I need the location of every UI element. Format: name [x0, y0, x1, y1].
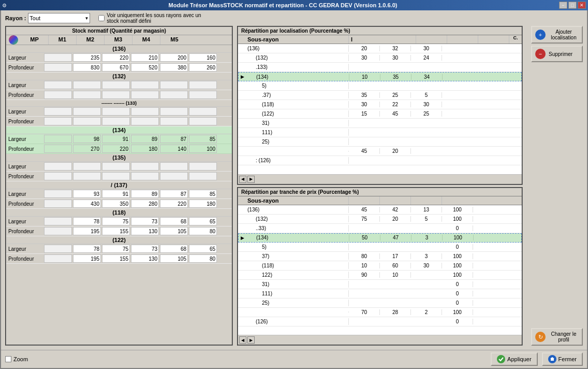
118-profondeur-m4[interactable] — [160, 227, 188, 235]
135-largeur-m4[interactable] — [160, 162, 188, 171]
136-profondeur-mp[interactable] — [44, 63, 72, 72]
133-largeur-m5[interactable] — [189, 107, 217, 116]
maximize-button[interactable]: □ — [568, 2, 577, 9]
rep-prix-row-134[interactable]: ▶ (134) 50 47 3 100 — [238, 233, 522, 243]
134-largeur-m4[interactable] — [160, 135, 188, 143]
118-profondeur-m3[interactable] — [131, 227, 159, 235]
134-largeur-m2[interactable] — [102, 135, 130, 143]
135-largeur-m5[interactable] — [189, 162, 217, 171]
137-profondeur-m1[interactable] — [73, 200, 101, 208]
137-largeur-m1[interactable] — [73, 190, 101, 198]
122-profondeur-m4[interactable] — [160, 254, 188, 263]
122-largeur-m4[interactable] — [160, 245, 188, 253]
zoom-checkbox[interactable] — [5, 356, 11, 362]
135-profondeur-m3[interactable] — [131, 172, 159, 180]
133-profondeur-m1[interactable] — [73, 117, 101, 125]
close-button[interactable]: ✕ — [578, 2, 586, 9]
137-profondeur-m5[interactable] — [189, 200, 217, 208]
133-largeur-m4[interactable] — [160, 107, 188, 116]
133-largeur-m1[interactable] — [73, 107, 101, 116]
133-largeur-m3[interactable] — [131, 107, 159, 116]
minimize-button[interactable]: − — [559, 2, 567, 9]
122-profondeur-m5[interactable] — [189, 254, 217, 263]
118-largeur-m2[interactable] — [102, 217, 130, 225]
137-largeur-mp[interactable] — [44, 190, 72, 198]
137-profondeur-m3[interactable] — [131, 200, 159, 208]
122-largeur-m5[interactable] — [189, 245, 217, 253]
132-largeur-m1[interactable] — [73, 81, 101, 89]
135-profondeur-m5[interactable] — [189, 172, 217, 180]
stock-body[interactable]: (136) Largeur Profondeur — [6, 45, 232, 345]
137-profondeur-mp[interactable] — [44, 200, 72, 208]
132-profondeur-m3[interactable] — [131, 91, 159, 99]
rep-prix-nav-right[interactable]: ▶ — [247, 336, 255, 344]
135-largeur-m1[interactable] — [73, 162, 101, 171]
134-profondeur-m1[interactable] — [73, 145, 101, 153]
133-largeur-mp[interactable] — [44, 107, 72, 116]
supprimer-button[interactable]: − Supprimer — [531, 46, 583, 62]
rep-local-nav-left[interactable]: ◀ — [239, 176, 246, 183]
136-largeur-m5[interactable] — [189, 53, 217, 62]
122-profondeur-m3[interactable] — [131, 254, 159, 263]
122-largeur-m1[interactable] — [73, 245, 101, 253]
137-profondeur-m4[interactable] — [160, 200, 188, 208]
appliquer-button[interactable]: Appliquer — [491, 352, 537, 366]
134-profondeur-m5[interactable] — [189, 145, 217, 153]
136-profondeur-m3[interactable] — [131, 63, 159, 72]
132-profondeur-m1[interactable] — [73, 91, 101, 99]
135-profondeur-m4[interactable] — [160, 172, 188, 180]
132-profondeur-mp[interactable] — [44, 91, 72, 99]
132-profondeur-m5[interactable] — [189, 91, 217, 99]
118-largeur-mp[interactable] — [44, 217, 72, 225]
122-largeur-mp[interactable] — [44, 245, 72, 253]
133-profondeur-m4[interactable] — [160, 117, 188, 125]
133-profondeur-m3[interactable] — [131, 117, 159, 125]
135-largeur-mp[interactable] — [44, 162, 72, 171]
134-profondeur-m4[interactable] — [160, 145, 188, 153]
136-profondeur-m2[interactable] — [102, 63, 130, 72]
122-profondeur-m2[interactable] — [102, 254, 130, 263]
136-largeur-m1[interactable] — [73, 53, 101, 62]
132-largeur-m5[interactable] — [189, 81, 217, 89]
135-largeur-m2[interactable] — [102, 162, 130, 171]
134-largeur-m1[interactable] — [73, 135, 101, 143]
fermer-button[interactable]: Fermer — [542, 352, 583, 366]
122-profondeur-mp[interactable] — [44, 254, 72, 263]
118-profondeur-m1[interactable] — [73, 227, 101, 235]
122-largeur-m3[interactable] — [131, 245, 159, 253]
repartition-prix-body[interactable]: (136) 45 42 13 100 (132) 75 20 — [238, 205, 522, 335]
135-profondeur-mp[interactable] — [44, 172, 72, 180]
133-profondeur-m2[interactable] — [102, 117, 130, 125]
ajouter-localisation-button[interactable]: + Ajouter localisation — [531, 26, 583, 44]
137-profondeur-m2[interactable] — [102, 200, 130, 208]
136-largeur-m3[interactable] — [131, 53, 159, 62]
132-profondeur-m4[interactable] — [160, 91, 188, 99]
134-profondeur-mp[interactable] — [44, 145, 72, 153]
136-profondeur-m1[interactable] — [73, 63, 101, 72]
137-largeur-m4[interactable] — [160, 190, 188, 198]
136-largeur-m2[interactable] — [102, 53, 130, 62]
rep-prix-nav-left[interactable]: ◀ — [239, 336, 246, 344]
137-largeur-m2[interactable] — [102, 190, 130, 198]
133-largeur-m2[interactable] — [102, 107, 130, 116]
rayon-select[interactable]: Tout ▼ — [28, 13, 90, 23]
133-profondeur-mp[interactable] — [44, 117, 72, 125]
122-profondeur-m1[interactable] — [73, 254, 101, 263]
122-largeur-m2[interactable] — [102, 245, 130, 253]
135-largeur-m3[interactable] — [131, 162, 159, 171]
132-largeur-m3[interactable] — [131, 81, 159, 89]
118-largeur-m1[interactable] — [73, 217, 101, 225]
132-largeur-mp[interactable] — [44, 81, 72, 89]
rep-local-row-134[interactable]: ▶ (134) 10 35 34 — [238, 72, 522, 81]
134-profondeur-m3[interactable] — [131, 145, 159, 153]
118-largeur-m5[interactable] — [189, 217, 217, 225]
136-largeur-mp[interactable] — [44, 53, 72, 62]
134-profondeur-m2[interactable] — [102, 145, 130, 153]
134-largeur-m5[interactable] — [189, 135, 217, 143]
118-largeur-m3[interactable] — [131, 217, 159, 225]
135-profondeur-m1[interactable] — [73, 172, 101, 180]
voir-checkbox[interactable] — [98, 15, 105, 21]
118-profondeur-mp[interactable] — [44, 227, 72, 235]
132-largeur-m4[interactable] — [160, 81, 188, 89]
118-profondeur-m2[interactable] — [102, 227, 130, 235]
